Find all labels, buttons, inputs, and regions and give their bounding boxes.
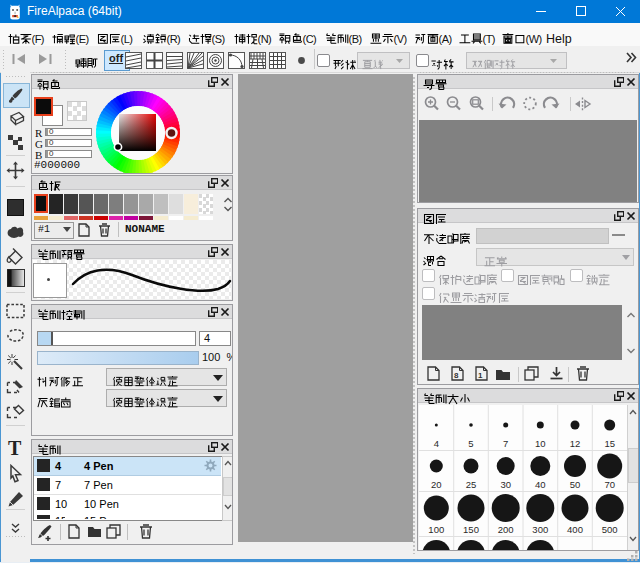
svg-text:200: 200 [498,524,514,535]
svg-text:150: 150 [463,524,479,535]
svg-text:25: 25 [466,479,477,490]
svg-text:70: 70 [604,479,615,490]
svg-text:30: 30 [500,479,511,490]
svg-text:7: 7 [503,438,508,449]
svg-text:4: 4 [434,438,439,449]
svg-text:400: 400 [567,524,583,535]
svg-text:15: 15 [604,438,615,449]
svg-text:500: 500 [602,524,618,535]
svg-text:12: 12 [570,438,581,449]
svg-text:5: 5 [468,438,473,449]
svg-text:20: 20 [431,479,442,490]
svg-text:40: 40 [535,479,546,490]
svg-text:10: 10 [535,438,546,449]
svg-text:300: 300 [532,524,548,535]
svg-text:50: 50 [570,479,581,490]
svg-text:100: 100 [428,524,444,535]
